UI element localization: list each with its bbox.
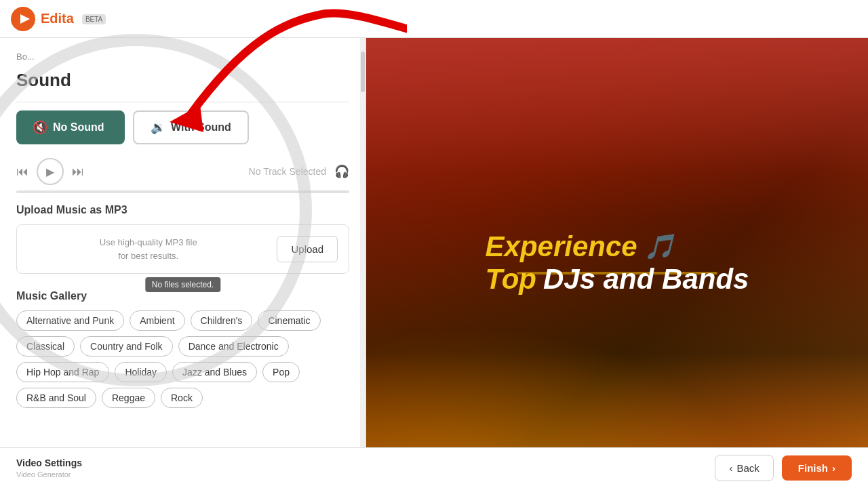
experience-text: Experience bbox=[486, 230, 637, 263]
video-line1: Experience 🎵 bbox=[486, 230, 749, 263]
upload-button[interactable]: Upload bbox=[277, 236, 338, 262]
video-bg: Experience 🎵 Top DJs and Bands bbox=[366, 38, 868, 488]
main-container: Bo... Sound 🔇 No Sound 🔉 With Sound ⏮ ▶ … bbox=[0, 38, 868, 488]
header: Edita BETA bbox=[0, 0, 868, 38]
upload-box: Use high-quality MP3 filefor best result… bbox=[16, 224, 349, 274]
genre-tag-holiday[interactable]: Holiday bbox=[115, 362, 167, 382]
right-panel: Experience 🎵 Top DJs and Bands bbox=[366, 38, 868, 488]
scroll-indicator bbox=[360, 38, 366, 488]
no-files-tooltip: No files selected. bbox=[145, 277, 220, 292]
next-button[interactable]: ⏭ bbox=[72, 165, 84, 179]
genre-tag-dance[interactable]: Dance and Electronic bbox=[178, 336, 289, 357]
genre-tag-reggae[interactable]: Reggae bbox=[102, 388, 155, 408]
genre-tag-alt-punk[interactable]: Alternative and Punk bbox=[16, 310, 124, 331]
top-divider bbox=[16, 102, 349, 102]
genre-tag-pop[interactable]: Pop bbox=[262, 362, 300, 382]
sound-toggle-row: 🔇 No Sound 🔉 With Sound bbox=[16, 110, 349, 144]
upload-section-title: Upload Music as MP3 bbox=[16, 204, 349, 216]
genre-tag-ambient[interactable]: Ambient bbox=[130, 310, 184, 331]
video-preview: Experience 🎵 Top DJs and Bands bbox=[366, 38, 868, 488]
genre-tag-classical[interactable]: Classical bbox=[16, 336, 75, 357]
scroll-thumb bbox=[361, 52, 365, 92]
sound-icon: 🔉 bbox=[151, 120, 165, 135]
genre-tag-country[interactable]: Country and Folk bbox=[80, 336, 173, 357]
finish-chevron: › bbox=[832, 462, 835, 474]
section-title: Sound bbox=[16, 70, 349, 91]
headphone-icon: 🎧 bbox=[334, 164, 349, 179]
upload-hint: Use high-quality MP3 filefor best result… bbox=[28, 236, 269, 262]
back-chevron: ‹ bbox=[729, 462, 732, 474]
logo-text: Edita bbox=[41, 11, 74, 26]
finish-button[interactable]: Finish › bbox=[782, 455, 852, 481]
genre-tag-hiphop[interactable]: Hip Hop and Rap bbox=[16, 362, 109, 382]
prev-button[interactable]: ⏮ bbox=[16, 165, 28, 179]
breadcrumb: Bo... bbox=[16, 52, 349, 62]
play-button[interactable]: ▶ bbox=[37, 158, 64, 185]
logo-icon bbox=[11, 7, 35, 31]
player-row: ⏮ ▶ ⏭ No Track Selected 🎧 bbox=[16, 158, 349, 185]
left-panel: Bo... Sound 🔇 No Sound 🔉 With Sound ⏮ ▶ … bbox=[0, 38, 366, 488]
music-note-1: 🎵 bbox=[644, 232, 675, 261]
progress-bar[interactable] bbox=[16, 190, 349, 193]
settings-label: Video Settings Video Generator bbox=[16, 458, 82, 479]
bottom-bar: Video Settings Video Generator ‹ Back Fi… bbox=[0, 447, 868, 488]
video-line2: Top DJs and Bands bbox=[486, 263, 749, 296]
back-button[interactable]: ‹ Back bbox=[715, 455, 773, 481]
no-sound-button[interactable]: 🔇 No Sound bbox=[16, 110, 125, 144]
finish-label: Finish bbox=[798, 462, 828, 474]
with-sound-button[interactable]: 🔉 With Sound bbox=[133, 110, 249, 144]
settings-sub: Video Generator bbox=[16, 470, 71, 479]
logo-area: Edita BETA bbox=[11, 7, 106, 31]
beta-badge: BETA bbox=[82, 14, 106, 24]
top-text: Top bbox=[486, 263, 536, 296]
settings-title: Video Settings bbox=[16, 458, 82, 468]
genre-tag-rnb[interactable]: R&B and Soul bbox=[16, 388, 96, 408]
back-label: Back bbox=[736, 462, 759, 474]
genre-tag-rock[interactable]: Rock bbox=[161, 388, 203, 408]
genre-tag-cinematic[interactable]: Cinematic bbox=[258, 310, 320, 331]
track-label: No Track Selected bbox=[92, 166, 326, 177]
genre-tag-jazz[interactable]: Jazz and Blues bbox=[172, 362, 257, 382]
mute-icon: 🔇 bbox=[33, 120, 47, 135]
genre-tags: Alternative and Punk Ambient Children's … bbox=[16, 310, 349, 408]
with-sound-label: With Sound bbox=[171, 121, 231, 134]
djs-bands-text: DJs and Bands bbox=[543, 263, 749, 296]
no-sound-label: No Sound bbox=[53, 121, 104, 134]
genre-tag-childrens[interactable]: Children's bbox=[191, 310, 253, 331]
video-text-overlay: Experience 🎵 Top DJs and Bands bbox=[486, 230, 749, 296]
